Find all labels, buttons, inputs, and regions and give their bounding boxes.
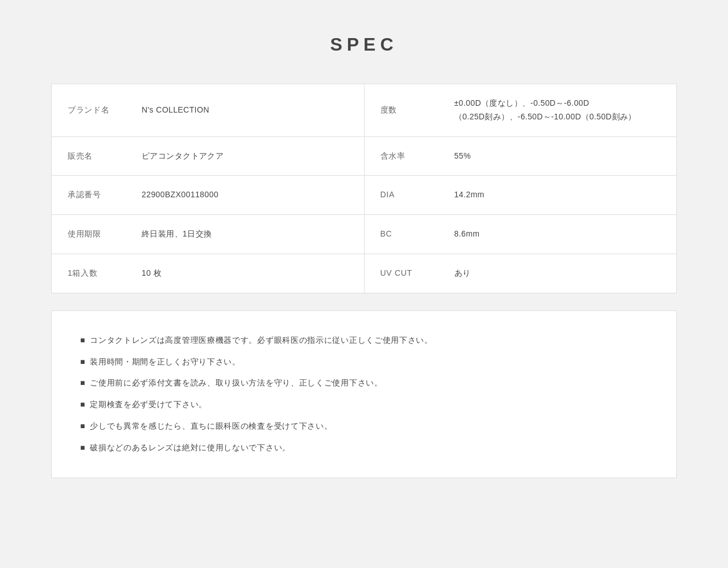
notice-text: 破損などのあるレンズは絶対に使用しないで下さい。	[90, 441, 291, 455]
spec-value: ピアコンタクトアクア	[142, 150, 224, 163]
spec-label: 承認番号	[68, 188, 130, 202]
notice-bullet: ■	[80, 398, 85, 412]
notice-bullet: ■	[80, 355, 85, 369]
notice-text: 装用時間・期間を正しくお守り下さい。	[90, 355, 241, 369]
spec-value: 22900BZX00118000	[142, 188, 218, 202]
spec-right-cell: DIA14.2mm	[364, 176, 676, 215]
spec-label: 度数	[380, 103, 443, 117]
spec-label: DIA	[380, 188, 443, 202]
notice-text: 少しでも異常を感じたら、直ちに眼科医の検査を受けて下さい。	[90, 420, 332, 433]
spec-left-cell: ブランド名N's COLLECTION	[52, 84, 364, 136]
notice-box: ■コンタクトレンズは高度管理医療機器です。必ず眼科医の指示に従い正しくご使用下さ…	[51, 310, 677, 478]
spec-label: 含水率	[380, 150, 443, 163]
notice-text: ご使用前に必ず添付文書を読み、取り扱い方法を守り、正しくご使用下さい。	[90, 376, 383, 390]
table-row: 1箱入数10 枚UV CUTあり	[52, 254, 676, 292]
spec-value: ±0.00D（度なし）、-0.50D～-6.00D（0.25D刻み）、-6.50…	[454, 97, 636, 124]
notice-item: ■定期検査を必ず受けて下さい。	[80, 398, 648, 412]
spec-table: ブランド名N's COLLECTION度数±0.00D（度なし）、-0.50D～…	[52, 84, 676, 293]
notice-text: 定期検査を必ず受けて下さい。	[90, 398, 207, 412]
spec-left-cell: 販売名ピアコンタクトアクア	[52, 136, 364, 176]
spec-value: 8.6mm	[454, 227, 480, 241]
notice-item: ■破損などのあるレンズは絶対に使用しないで下さい。	[80, 441, 648, 455]
table-row: 使用期限終日装用、1日交換BC8.6mm	[52, 215, 676, 254]
notice-item: ■ご使用前に必ず添付文書を読み、取り扱い方法を守り、正しくご使用下さい。	[80, 376, 648, 390]
spec-value: N's COLLECTION	[142, 103, 209, 117]
notice-bullet: ■	[80, 420, 85, 433]
spec-value: 10 枚	[142, 267, 162, 280]
spec-label: 1箱入数	[68, 267, 130, 280]
table-row: 承認番号22900BZX00118000DIA14.2mm	[52, 176, 676, 215]
notice-item: ■コンタクトレンズは高度管理医療機器です。必ず眼科医の指示に従い正しくご使用下さ…	[80, 334, 648, 347]
notice-bullet: ■	[80, 376, 85, 390]
spec-right-cell: UV CUTあり	[364, 254, 676, 292]
spec-value: 終日装用、1日交換	[142, 227, 212, 241]
notice-bullet: ■	[80, 334, 85, 347]
spec-label: 使用期限	[68, 227, 130, 241]
spec-value: あり	[454, 267, 471, 280]
table-row: 販売名ピアコンタクトアクア含水率55%	[52, 136, 676, 176]
notice-item: ■装用時間・期間を正しくお守り下さい。	[80, 355, 648, 369]
spec-left-cell: 承認番号22900BZX00118000	[52, 176, 364, 215]
spec-value: 55%	[454, 150, 471, 163]
page-title: SPEC	[330, 34, 398, 55]
notice-list: ■コンタクトレンズは高度管理医療機器です。必ず眼科医の指示に従い正しくご使用下さ…	[80, 334, 648, 455]
spec-value: 14.2mm	[454, 188, 485, 202]
notice-bullet: ■	[80, 441, 85, 455]
spec-right-cell: 度数±0.00D（度なし）、-0.50D～-6.00D（0.25D刻み）、-6.…	[364, 84, 676, 136]
notice-text: コンタクトレンズは高度管理医療機器です。必ず眼科医の指示に従い正しくご使用下さい…	[90, 334, 433, 347]
spec-label: BC	[380, 227, 443, 241]
spec-label: 販売名	[68, 150, 130, 163]
spec-left-cell: 1箱入数10 枚	[52, 254, 364, 292]
spec-label: ブランド名	[68, 103, 130, 117]
spec-right-cell: BC8.6mm	[364, 215, 676, 254]
spec-table-wrapper: ブランド名N's COLLECTION度数±0.00D（度なし）、-0.50D～…	[51, 84, 677, 293]
spec-label: UV CUT	[380, 267, 443, 280]
table-row: ブランド名N's COLLECTION度数±0.00D（度なし）、-0.50D～…	[52, 84, 676, 136]
spec-right-cell: 含水率55%	[364, 136, 676, 176]
spec-left-cell: 使用期限終日装用、1日交換	[52, 215, 364, 254]
notice-item: ■少しでも異常を感じたら、直ちに眼科医の検査を受けて下さい。	[80, 420, 648, 433]
